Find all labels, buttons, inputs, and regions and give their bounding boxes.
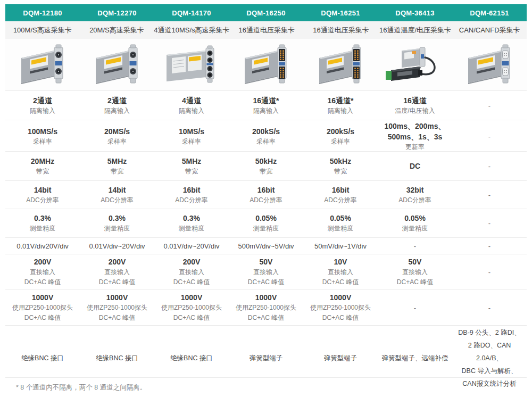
spec-value: 200kS/s [252,126,280,137]
spec-value: 5MHz [182,156,202,167]
spec-sublabel: 直接输入 [253,267,279,277]
spec-cell-probe-input-dqm-14170: 1000V使用ZP250-1000探头DC+AC 峰值 [154,290,229,325]
spec-value: 1000V [330,292,351,303]
spec-sublabel: DC+AC 峰值 [248,277,284,287]
spec-value: 50V [409,257,422,267]
spec-cell-sample-rate-dqm-14170: 10MS/s采样率 [154,120,229,153]
spec-sublabel: 测量精度 [30,224,55,234]
spec-value: 200kS/s [327,126,354,137]
spec-value: 0.05% [330,213,351,224]
spec-cell-direct-input-dqm-16251: 10V直接输入DC+AC 峰值 [303,254,378,290]
spec-cell-probe-input-dqm-62151: - [452,290,527,325]
spec-sublabel: 隔离输入 [104,106,130,116]
spec-cell-connector-dqm-12270: 绝缘BNC 接口 [80,326,154,391]
spec-value: 14bit [109,185,126,195]
spec-sublabel: 直接输入 [328,267,353,277]
spec-text: 绝缘BNC 接口 [96,353,138,364]
product-image-row [5,39,527,90]
module-2bnc-icon [92,44,143,86]
spec-value: 16通道* [253,95,279,106]
spec-value: 0.3% [34,213,51,224]
module-2bnc-icon [17,44,68,86]
spec-cell-adc-resolution-dqm-16251: 16bitADC分辨率 [303,181,378,209]
module-cable-icon [381,44,448,86]
product-image-dqm-16250 [229,39,303,90]
spec-cell-connector-dqm-14170: 绝缘BNC 接口 [154,326,229,391]
spec-text: 0.01V/div~20V/div [163,241,219,252]
spec-value: 5MHz [107,156,127,167]
spec-sublabel: DC+AC 峰值 [322,277,359,287]
subtitle-dqm-16250: 16通道电压采集卡 [230,21,304,39]
spec-cell-channels-dqm-36413: 16通道温度/电压输入 [378,91,452,120]
spec-sublabel: 隔离输入 [328,106,353,116]
dash-value: - [488,191,491,199]
spec-value: 16通道 [403,95,427,106]
spec-value: 200V [34,257,52,267]
subtitle-row: 100M/S高速采集卡20M/S高速采集卡4通道10MS/s高速采集卡16通道电… [5,21,527,39]
spec-value: 0.3% [183,213,200,224]
spec-value: 20MHz [31,156,54,167]
spec-text: 50mV/div~1V/div [314,241,367,252]
model-header-dqm-36413: DQM-36413 [378,4,452,21]
spec-cell-adc-resolution-dqm-14170: 16bitADC分辨率 [154,181,229,209]
spec-sublabel: 采样率 [33,137,52,147]
spec-value: 200V [183,257,201,267]
model-header-dqm-12270: DQM-12270 [80,4,154,21]
spec-cell-bandwidth-dqm-16251: 50kHz带宽 [303,152,378,180]
spec-value: 16通道* [327,95,353,106]
spec-cell-channels-dqm-14170: 4通道隔离输入 [154,91,229,120]
spec-cell-accuracy-dqm-12180: 0.3%测量精度 [5,209,80,237]
spec-value: 0.3% [109,213,126,224]
spec-cell-range-dqm-12270: 0.01V/div~20V/div [80,238,154,254]
spec-sublabel: DC+AC 峰值 [99,277,135,287]
spec-value: 500ms、1s、3s [388,131,443,142]
spec-cell-direct-input-dqm-14170: 200V直接输入DC+AC 峰值 [154,254,229,290]
spec-sublabel: 更新率 [405,142,425,152]
spec-value: 16bit [257,185,275,195]
spec-sublabel: 测量精度 [179,224,204,234]
spec-sublabel: 采样率 [256,137,276,147]
dash-value: - [488,162,491,170]
spec-sublabel: 采样率 [107,137,127,147]
spec-cell-probe-input-dqm-12180: 1000V使用ZP250-1000探头DC+AC 峰值 [5,290,80,325]
spec-table: 2通道隔离输入2通道隔离输入4通道隔离输入16通道*隔离输入16通道*隔离输入1… [5,90,527,377]
spec-cell-accuracy-dqm-16251: 0.05%测量精度 [303,209,378,237]
spec-cell-accuracy-dqm-36413: 0.05%测量精度 [378,209,452,237]
dash-value: - [488,304,491,312]
subtitle-dqm-36413: 16通道温度/电压采集卡 [378,21,453,39]
spec-value: 16bit [332,185,350,195]
spec-value: 2通道 [33,95,52,106]
product-image-dqm-12180 [5,39,80,90]
subtitle-dqm-14170: 4通道10MS/s高速采集卡 [154,21,229,39]
spec-sublabel: 使用ZP250-1000探头 [87,303,147,313]
model-header-dqm-16250: DQM-16250 [229,4,303,21]
subtitle-dqm-12180: 100M/S高速采集卡 [5,21,80,39]
module-terminal-icon [315,44,366,86]
spec-cell-channels-dqm-12270: 2通道隔离输入 [80,91,154,120]
spec-sublabel: DC+AC 峰值 [173,277,210,287]
comparison-table: DQM-12180DQM-12270DQM-14170DQM-16250DQM-… [0,0,532,397]
spec-cell-bandwidth-dqm-12180: 20MHz带宽 [5,152,80,180]
spec-sublabel: ADC分辨率 [175,195,207,205]
spec-text: DBC 导入与解析、 [462,365,518,377]
spec-cell-connector-dqm-12180: 绝缘BNC 接口 [5,326,80,391]
spec-value: 32bit [406,185,424,195]
spec-cell-sample-rate-dqm-16251: 200kS/s采样率 [303,120,378,153]
spec-cell-adc-resolution-dqm-12180: 14bitADC分辨率 [5,181,80,209]
spec-text: DB-9 公头、2 路DI、 [458,326,520,339]
spec-sublabel: 带宽 [334,167,347,177]
product-image-dqm-12270 [80,39,154,90]
spec-sublabel: DC+AC 峰值 [397,277,433,287]
spec-value: 50V [260,257,273,267]
spec-value: DC [410,161,420,171]
dash-value: - [488,242,491,250]
spec-cell-probe-input-dqm-12270: 1000V使用ZP250-1000探头DC+AC 峰值 [80,290,154,325]
spec-sublabel: 测量精度 [402,224,428,234]
model-header-row: DQM-12180DQM-12270DQM-14170DQM-16250DQM-… [5,4,527,21]
module-terminal-icon [240,44,292,86]
spec-text: 0.01V/div~20V/div [89,241,145,252]
spec-cell-connector-dqm-62151: DB-9 公头、2 路DI、2 路DO、CAN 2.0A/B、DBC 导入与解析… [452,326,527,391]
spec-cell-connector-dqm-16250: 弹簧型端子 [229,326,303,391]
spec-value: 1000V [181,292,202,303]
spec-cell-sample-rate-dqm-62151: - [452,120,527,153]
